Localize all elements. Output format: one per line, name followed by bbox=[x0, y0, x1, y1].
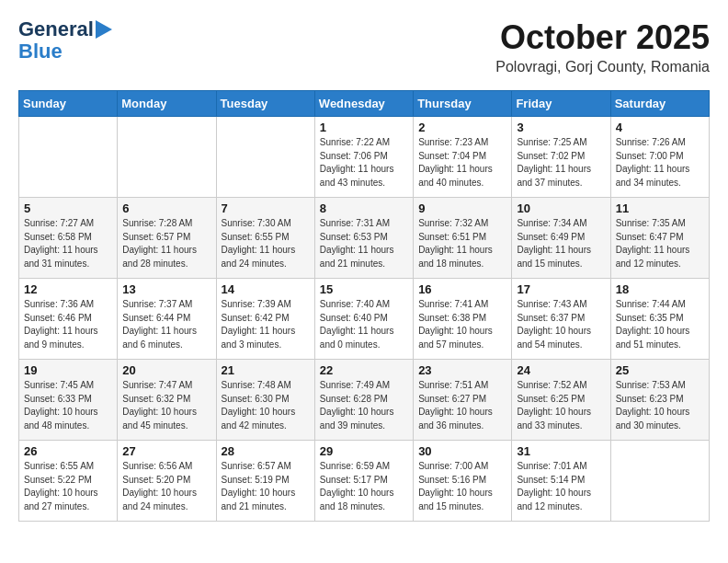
calendar-cell: 11Sunrise: 7:35 AM Sunset: 6:47 PM Dayli… bbox=[610, 198, 709, 279]
day-info: Sunrise: 7:41 AM Sunset: 6:38 PM Dayligh… bbox=[418, 298, 506, 351]
calendar-cell: 12Sunrise: 7:36 AM Sunset: 6:46 PM Dayli… bbox=[19, 279, 118, 360]
day-info: Sunrise: 7:51 AM Sunset: 6:27 PM Dayligh… bbox=[418, 379, 506, 432]
calendar-cell: 31Sunrise: 7:01 AM Sunset: 5:14 PM Dayli… bbox=[512, 441, 610, 522]
day-info: Sunrise: 7:25 AM Sunset: 7:02 PM Dayligh… bbox=[517, 136, 605, 190]
day-number: 15 bbox=[320, 282, 408, 296]
weekday-header-tuesday: Tuesday bbox=[216, 91, 314, 117]
day-number: 24 bbox=[517, 363, 605, 377]
calendar-cell: 22Sunrise: 7:49 AM Sunset: 6:28 PM Dayli… bbox=[314, 360, 413, 441]
title-block: October 2025 Polovragi, Gorj County, Rom… bbox=[495, 18, 710, 75]
day-number: 11 bbox=[616, 201, 704, 215]
day-number: 5 bbox=[24, 201, 112, 215]
day-info: Sunrise: 7:22 AM Sunset: 7:06 PM Dayligh… bbox=[320, 136, 408, 190]
calendar-cell: 24Sunrise: 7:52 AM Sunset: 6:25 PM Dayli… bbox=[512, 360, 610, 441]
calendar-cell: 10Sunrise: 7:34 AM Sunset: 6:49 PM Dayli… bbox=[512, 198, 610, 279]
day-number: 22 bbox=[320, 363, 408, 377]
day-number: 18 bbox=[616, 282, 704, 296]
calendar-cell bbox=[118, 117, 216, 198]
calendar-week-5: 26Sunrise: 6:55 AM Sunset: 5:22 PM Dayli… bbox=[19, 441, 710, 522]
weekday-header-saturday: Saturday bbox=[610, 91, 709, 117]
calendar-cell: 1Sunrise: 7:22 AM Sunset: 7:06 PM Daylig… bbox=[314, 117, 413, 198]
day-info: Sunrise: 7:49 AM Sunset: 6:28 PM Dayligh… bbox=[320, 379, 408, 432]
day-info: Sunrise: 7:53 AM Sunset: 6:23 PM Dayligh… bbox=[616, 379, 704, 432]
calendar-cell: 3Sunrise: 7:25 AM Sunset: 7:02 PM Daylig… bbox=[512, 117, 610, 198]
weekday-header-thursday: Thursday bbox=[414, 91, 512, 117]
calendar-cell: 14Sunrise: 7:39 AM Sunset: 6:42 PM Dayli… bbox=[216, 279, 314, 360]
calendar-cell: 8Sunrise: 7:31 AM Sunset: 6:53 PM Daylig… bbox=[314, 198, 413, 279]
calendar-cell: 17Sunrise: 7:43 AM Sunset: 6:37 PM Dayli… bbox=[512, 279, 610, 360]
calendar-week-1: 1Sunrise: 7:22 AM Sunset: 7:06 PM Daylig… bbox=[19, 117, 710, 198]
calendar-cell: 19Sunrise: 7:45 AM Sunset: 6:33 PM Dayli… bbox=[19, 360, 118, 441]
day-info: Sunrise: 7:47 AM Sunset: 6:32 PM Dayligh… bbox=[122, 379, 210, 432]
calendar-cell: 30Sunrise: 7:00 AM Sunset: 5:16 PM Dayli… bbox=[414, 441, 512, 522]
calendar-cell: 9Sunrise: 7:32 AM Sunset: 6:51 PM Daylig… bbox=[414, 198, 512, 279]
day-number: 19 bbox=[24, 363, 112, 377]
day-info: Sunrise: 7:27 AM Sunset: 6:58 PM Dayligh… bbox=[24, 217, 112, 270]
day-info: Sunrise: 7:31 AM Sunset: 6:53 PM Dayligh… bbox=[320, 217, 408, 270]
page-header: General Blue October 2025 Polovragi, Gor… bbox=[18, 18, 710, 75]
day-number: 28 bbox=[222, 444, 310, 458]
day-number: 13 bbox=[122, 282, 210, 296]
calendar-cell: 25Sunrise: 7:53 AM Sunset: 6:23 PM Dayli… bbox=[610, 360, 709, 441]
day-info: Sunrise: 7:30 AM Sunset: 6:55 PM Dayligh… bbox=[222, 217, 310, 270]
day-info: Sunrise: 7:52 AM Sunset: 6:25 PM Dayligh… bbox=[517, 379, 605, 432]
day-number: 7 bbox=[222, 201, 310, 215]
day-info: Sunrise: 7:36 AM Sunset: 6:46 PM Dayligh… bbox=[24, 298, 112, 351]
day-number: 2 bbox=[418, 121, 506, 134]
day-number: 10 bbox=[517, 201, 605, 215]
day-number: 20 bbox=[122, 363, 210, 377]
weekday-header-friday: Friday bbox=[512, 91, 610, 117]
day-number: 26 bbox=[24, 444, 112, 458]
day-number: 6 bbox=[122, 201, 210, 215]
day-info: Sunrise: 7:34 AM Sunset: 6:49 PM Dayligh… bbox=[517, 217, 605, 270]
calendar-cell: 16Sunrise: 7:41 AM Sunset: 6:38 PM Dayli… bbox=[414, 279, 512, 360]
day-number: 29 bbox=[320, 444, 408, 458]
day-number: 3 bbox=[517, 121, 605, 134]
calendar-cell: 5Sunrise: 7:27 AM Sunset: 6:58 PM Daylig… bbox=[19, 198, 118, 279]
day-number: 23 bbox=[418, 363, 506, 377]
calendar-cell bbox=[19, 117, 118, 198]
day-info: Sunrise: 7:37 AM Sunset: 6:44 PM Dayligh… bbox=[122, 298, 210, 351]
day-number: 8 bbox=[320, 201, 408, 215]
day-info: Sunrise: 7:32 AM Sunset: 6:51 PM Dayligh… bbox=[418, 217, 506, 270]
day-number: 25 bbox=[616, 363, 704, 377]
day-number: 27 bbox=[122, 444, 210, 458]
calendar-table: SundayMondayTuesdayWednesdayThursdayFrid… bbox=[18, 90, 710, 522]
day-number: 16 bbox=[418, 282, 506, 296]
calendar-cell: 13Sunrise: 7:37 AM Sunset: 6:44 PM Dayli… bbox=[118, 279, 216, 360]
weekday-header-monday: Monday bbox=[118, 91, 216, 117]
calendar-cell: 4Sunrise: 7:26 AM Sunset: 7:00 PM Daylig… bbox=[610, 117, 709, 198]
day-info: Sunrise: 6:59 AM Sunset: 5:17 PM Dayligh… bbox=[320, 460, 408, 513]
day-info: Sunrise: 7:35 AM Sunset: 6:47 PM Dayligh… bbox=[616, 217, 704, 270]
day-info: Sunrise: 6:56 AM Sunset: 5:20 PM Dayligh… bbox=[122, 460, 210, 513]
calendar-cell bbox=[610, 441, 709, 522]
day-info: Sunrise: 7:43 AM Sunset: 6:37 PM Dayligh… bbox=[517, 298, 605, 351]
day-info: Sunrise: 7:40 AM Sunset: 6:40 PM Dayligh… bbox=[320, 298, 408, 351]
day-info: Sunrise: 7:26 AM Sunset: 7:00 PM Dayligh… bbox=[616, 136, 704, 190]
day-info: Sunrise: 7:28 AM Sunset: 6:57 PM Dayligh… bbox=[122, 217, 210, 270]
calendar-cell: 28Sunrise: 6:57 AM Sunset: 5:19 PM Dayli… bbox=[216, 441, 314, 522]
day-info: Sunrise: 7:00 AM Sunset: 5:16 PM Dayligh… bbox=[418, 460, 506, 513]
calendar-cell: 27Sunrise: 6:56 AM Sunset: 5:20 PM Dayli… bbox=[118, 441, 216, 522]
calendar-cell: 29Sunrise: 6:59 AM Sunset: 5:17 PM Dayli… bbox=[314, 441, 413, 522]
calendar-cell: 21Sunrise: 7:48 AM Sunset: 6:30 PM Dayli… bbox=[216, 360, 314, 441]
calendar-week-4: 19Sunrise: 7:45 AM Sunset: 6:33 PM Dayli… bbox=[19, 360, 710, 441]
calendar-cell: 18Sunrise: 7:44 AM Sunset: 6:35 PM Dayli… bbox=[610, 279, 709, 360]
location-text: Polovragi, Gorj County, Romania bbox=[495, 59, 710, 75]
calendar-cell: 20Sunrise: 7:47 AM Sunset: 6:32 PM Dayli… bbox=[118, 360, 216, 441]
day-number: 4 bbox=[616, 121, 704, 134]
day-info: Sunrise: 6:57 AM Sunset: 5:19 PM Dayligh… bbox=[222, 460, 310, 513]
logo-general: General bbox=[18, 18, 94, 40]
day-number: 14 bbox=[222, 282, 310, 296]
logo-arrow-icon bbox=[96, 20, 112, 39]
logo: General Blue bbox=[18, 18, 112, 63]
day-number: 12 bbox=[24, 282, 112, 296]
month-title: October 2025 bbox=[495, 18, 710, 57]
calendar-cell: 26Sunrise: 6:55 AM Sunset: 5:22 PM Dayli… bbox=[19, 441, 118, 522]
day-number: 17 bbox=[517, 282, 605, 296]
day-info: Sunrise: 7:44 AM Sunset: 6:35 PM Dayligh… bbox=[616, 298, 704, 351]
day-info: Sunrise: 7:23 AM Sunset: 7:04 PM Dayligh… bbox=[418, 136, 506, 190]
calendar-cell bbox=[216, 117, 314, 198]
day-info: Sunrise: 7:01 AM Sunset: 5:14 PM Dayligh… bbox=[517, 460, 605, 513]
weekday-header-sunday: Sunday bbox=[19, 91, 118, 117]
